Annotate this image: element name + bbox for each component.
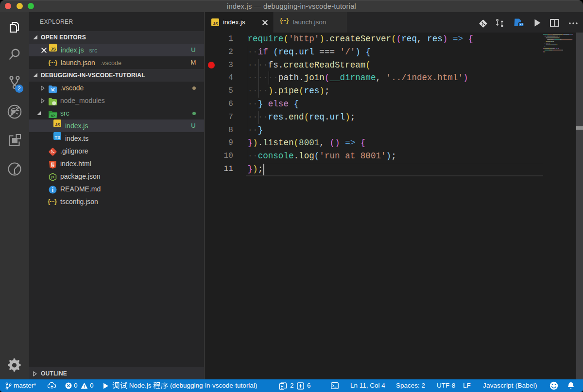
svg-text:js: js — [51, 175, 54, 179]
